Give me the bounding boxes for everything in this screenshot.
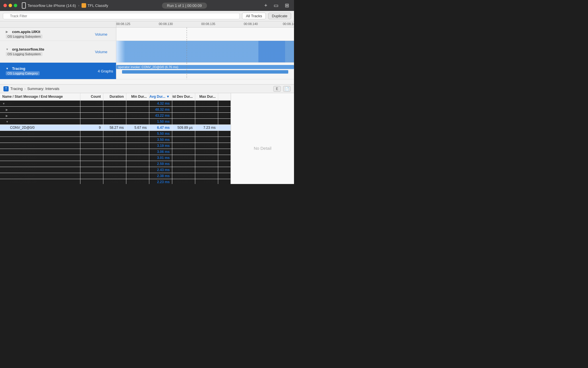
table-header: Name / Start Message / End Message Count… (0, 93, 231, 101)
app-name: TFL Classify (88, 3, 108, 8)
th-std-dev[interactable]: Std Dev Dur... (172, 93, 195, 100)
td-std-dev: 1.04 ms (172, 131, 195, 137)
minimize-button[interactable] (9, 4, 12, 7)
track-uikit-label: ▶ com.apple.UIKit OS Logging Subsystem V… (0, 28, 116, 41)
table-row[interactable]: CONV_2D@14/0 9 27.57 ms 2.96 ms 3.06 ms … (0, 149, 231, 155)
td-name: CONV_2D@2/0 (0, 131, 80, 137)
table-row[interactable]: CONV_2D@16/0 9 27.06 ms 2.84 ms 3.01 ms … (0, 155, 231, 161)
td-std-dev: 16.97 µs (172, 137, 195, 143)
fullscreen-button[interactable] (14, 4, 17, 7)
track-filter-input[interactable] (3, 13, 240, 19)
th-avg-dur[interactable]: Avg Dur... ▼ (149, 93, 172, 100)
tracing-name: Tracing (12, 66, 25, 71)
duplicate-button[interactable]: Duplicate (268, 13, 291, 19)
td-count: 9 (80, 143, 103, 149)
all-tracks-button[interactable]: All Tracks (242, 13, 266, 19)
table-row[interactable]: ▼* All * 298 1.29 s 11.75 µs 4.32 ms 11.… (0, 101, 231, 107)
uikit-name: com.apple.UIKit (12, 30, 40, 34)
traffic-lights (3, 4, 17, 7)
td-min-dur: 2.17 ms (126, 161, 149, 167)
td-avg-dur: 2.59 ms (149, 161, 172, 167)
td-avg-dur: 5.50 ms (149, 131, 172, 137)
td-count: 279 (80, 119, 103, 124)
timeline-area: 00:08.125 00:08.130 00:08.135 00:08.140 … (0, 21, 294, 85)
table-row[interactable]: ▶runtime instrumentation 9 434.88 ms 45.… (0, 107, 231, 113)
th-max-dur[interactable]: Max Dur... (195, 93, 218, 100)
timeline-cursor (187, 28, 187, 41)
td-name: CONV_2D@16/0 (0, 155, 80, 161)
track-uikit: ▶ com.apple.UIKit OS Logging Subsystem V… (0, 28, 294, 41)
export-table-button[interactable]: E (273, 86, 281, 92)
td-min-dur: 558.21 µs (126, 113, 149, 118)
table-row[interactable]: CONV_2D@10/0 9 28.69 ms 3.12 ms 3.19 ms … (0, 143, 231, 149)
table-row[interactable]: CONV_2D@22/0 9 20.04 ms 2.05 ms 2.23 ms … (0, 179, 231, 184)
th-min-dur[interactable]: Min Dur... (126, 93, 149, 100)
export-doc-button[interactable]: 📄 (283, 86, 291, 92)
td-std-dev: 11.29 ms (172, 101, 195, 106)
td-avg-dur: 3.50 ms (149, 137, 172, 143)
table-area: Name / Start Message / End Message Count… (0, 93, 294, 184)
app-label: TFL Classify (82, 3, 108, 8)
add-button[interactable]: + (263, 2, 269, 9)
title-bar: Tensorflow Lite iPhone (14.6) › TFL Clas… (0, 0, 294, 11)
td-duration: 1.29 s (103, 101, 126, 106)
td-name: CONV_2D@10/0 (0, 143, 80, 149)
panels-button[interactable]: ⊞ (283, 2, 291, 9)
table-row[interactable]: ▶default 10 432.16 ms 558.21 µs 43.22 ms… (0, 113, 231, 119)
td-max-dur: 2.71 ms (195, 173, 218, 179)
th-name[interactable]: Name / Start Message / End Message (0, 93, 80, 100)
td-count: 10 (80, 113, 103, 118)
td-std-dev: 15.53 ms (172, 113, 195, 118)
tensorflow-content (116, 41, 294, 62)
th-duration[interactable]: Duration (103, 93, 126, 100)
td-name: CONV_2D@26/0 (0, 161, 80, 167)
td-avg-dur: 3.19 ms (149, 143, 172, 149)
td-min-dur: 3.03 ms (126, 131, 149, 137)
td-avg-dur: 1.50 ms (149, 119, 172, 124)
th-avg-dur-label: Avg Dur... (150, 95, 166, 99)
uikit-volume-label: Volume (95, 32, 107, 36)
breadcrumb-separator: › (24, 87, 26, 91)
table-row[interactable]: ▼operator invoke 279 418.93 ms 11.75 µs … (0, 119, 231, 125)
td-std-dev: 155.96 µs (172, 143, 195, 149)
td-std-dev: 179.04 µs (172, 155, 195, 161)
td-count: 9 (80, 131, 103, 137)
th-count[interactable]: Count (80, 93, 103, 100)
td-max-dur: 3.60 ms (195, 167, 218, 173)
td-avg-dur: 3.01 ms (149, 155, 172, 161)
uikit-expand-icon[interactable]: ▶ (6, 30, 10, 33)
sort-arrow-icon: ▼ (166, 95, 170, 99)
row-expand-icon[interactable]: ▶ (6, 114, 8, 117)
table-row[interactable]: CONV_2D@0/0 9 58.27 ms 5.67 ms 6.47 ms 5… (0, 125, 231, 131)
td-avg-dur: 3.06 ms (149, 149, 172, 155)
td-max-dur: 3.81 ms (195, 149, 218, 155)
td-duration: 434.88 ms (103, 107, 126, 112)
table-row[interactable]: CONV_2D@6/0 9 31.49 ms 3.48 ms 3.50 ms 1… (0, 137, 231, 143)
td-min-dur: 2.05 ms (126, 179, 149, 184)
row-expand-icon[interactable]: ▼ (6, 120, 9, 123)
tensorflow-expand-icon[interactable]: ▼ (6, 48, 10, 51)
td-max-dur: 5.78 ms (195, 161, 218, 167)
td-avg-dur: 2.38 ms (149, 173, 172, 179)
table-row[interactable]: CONV_2D@2/0 9 49.49 ms 3.03 ms 5.50 ms 1… (0, 131, 231, 137)
row-expand-icon[interactable]: ▼ (2, 102, 5, 105)
table-row[interactable]: CONV_2D@4/0 9 21.41 ms 2.13 ms 2.38 ms 2… (0, 173, 231, 179)
tracing-main-block: operator invoke: CONV_2D@0/0 (6.76 ms) (116, 65, 294, 69)
time-mark-3: 00:08.140 (244, 22, 258, 26)
time-mark-4: 00:08.145 (283, 22, 294, 26)
device-name: Tensorflow Lite iPhone (14.6) (28, 3, 76, 8)
td-name: CONV_2D@14/0 (0, 149, 80, 155)
close-button[interactable] (3, 4, 7, 7)
table-row[interactable]: CONV_2D@18/0 9 21.91 ms 2.04 ms 2.43 ms … (0, 167, 231, 173)
table-row[interactable]: CONV_2D@26/0 9 23.30 ms 2.17 ms 2.59 ms … (0, 161, 231, 167)
row-expand-icon[interactable]: ▶ (6, 108, 8, 111)
tracing-expand-icon[interactable]: ▼ (6, 67, 10, 70)
layout-button[interactable]: ▭ (272, 2, 280, 9)
td-duration: 58.27 ms (103, 125, 126, 131)
breadcrumb-section: Tracing (10, 87, 23, 91)
td-max-dur: 7.23 ms (195, 119, 218, 124)
td-name: ▶default (0, 113, 80, 118)
toolbar: ⊜ All Tracks Duplicate (0, 11, 294, 21)
td-std-dev: 235.56 µs (172, 173, 195, 179)
title-bar-right: + ▭ ⊞ (263, 2, 291, 9)
